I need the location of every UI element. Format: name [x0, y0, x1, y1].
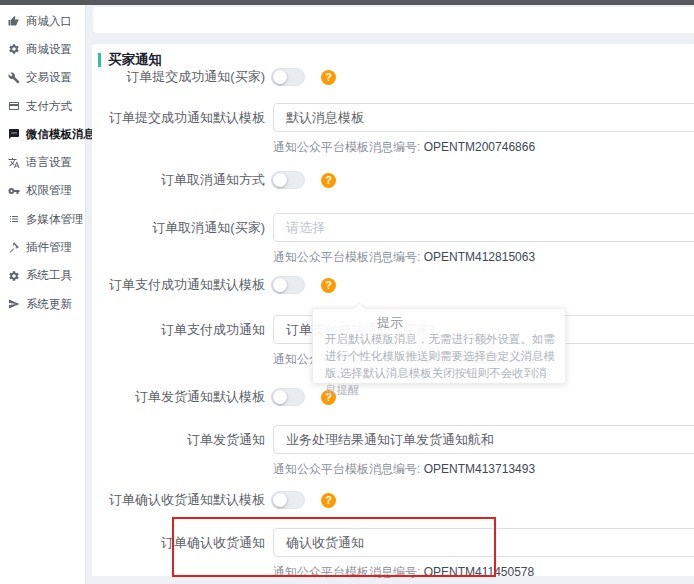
field-label: 订单支付成功通知: [92, 321, 265, 339]
sidebar-item-label: 商城入口: [26, 14, 72, 29]
toggle-knob: [273, 278, 287, 292]
sidebar-item-label: 权限管理: [26, 183, 72, 198]
template-code-helper: 通知公众平台模板消息编号: OPENTM411450578: [273, 564, 534, 581]
helper-prefix: 通知公众平台模板消息编号:: [273, 565, 424, 579]
toggle-row-order-cancel-method: 订单取消通知方式 ?: [92, 171, 336, 189]
helper-prefix: 通知公众平台模板消息编号:: [273, 140, 424, 154]
toggle-knob: [273, 173, 287, 187]
helper-prefix: 通知公众平台模板消息编号:: [273, 250, 424, 264]
order-submit-template-input[interactable]: [273, 103, 694, 132]
help-icon[interactable]: ?: [321, 70, 336, 85]
field-label: 订单支付成功通知默认模板: [92, 276, 265, 294]
field-label: 订单发货通知: [92, 431, 265, 449]
top-bar: [0, 0, 694, 5]
sidebar-item-label: 商城设置: [26, 42, 72, 57]
tooltip-title: 提示: [377, 314, 403, 332]
helper-prefix: 通知公众平台模板消息编号:: [273, 462, 424, 476]
help-icon[interactable]: ?: [321, 278, 336, 293]
sidebar-item-label: 支付方式: [26, 99, 72, 114]
template-code-helper: 通知公众平台模板消息编号: OPENTM412815063: [273, 249, 535, 266]
translate-icon: [8, 157, 20, 169]
section-accent-bar: [98, 53, 101, 67]
order-cancel-method-toggle[interactable]: [271, 171, 305, 189]
sidebar-item-label: 系统更新: [26, 297, 72, 312]
toggle-knob: [273, 70, 287, 84]
sidebar: 商城入口 商城设置 交易设置 支付方式 微信模板消息 语言设置: [0, 5, 86, 584]
order-ship-template-toggle[interactable]: [271, 388, 305, 406]
sidebar-item-system-tools[interactable]: 系统工具: [0, 262, 85, 290]
field-label: 订单发货通知默认模板: [92, 388, 265, 406]
wrench-icon: [8, 72, 20, 84]
sidebar-item-permission-management[interactable]: 权限管理: [0, 177, 85, 205]
section-header: 买家通知: [98, 51, 162, 69]
template-code-helper: 通知公众平台模板消息编号: OPENTM413713493: [273, 461, 535, 478]
field-label: 订单取消通知方式: [92, 171, 265, 189]
sidebar-item-label: 插件管理: [26, 240, 72, 255]
toggle-knob: [273, 390, 287, 404]
toggle-row-order-submit-success: 订单提交成功通知(买家) ?: [92, 68, 336, 86]
template-code: OPENTM200746866: [424, 140, 535, 154]
order-confirm-receipt-template-toggle[interactable]: [271, 491, 305, 509]
input-row-order-ship-notice: 订单发货通知: [92, 425, 694, 454]
field-label: 订单确认收货通知默认模板: [92, 491, 265, 509]
field-label: 订单取消通知(买家): [92, 219, 265, 237]
section-title: 买家通知: [108, 51, 162, 69]
toggle-row-order-pay-success-template: 订单支付成功通知默认模板 ?: [92, 276, 336, 294]
sidebar-item-payment-methods[interactable]: 支付方式: [0, 92, 85, 120]
input-row-order-cancel-buyer: 订单取消通知(买家): [92, 213, 694, 242]
sidebar-item-label: 系统工具: [26, 268, 72, 283]
settings-page: 商城入口 商城设置 交易设置 支付方式 微信模板消息 语言设置: [0, 0, 694, 584]
sidebar-item-label: 微信模板消息: [26, 127, 95, 142]
template-code: OPENTM411450578: [424, 565, 535, 579]
sidebar-item-mall-settings[interactable]: 商城设置: [0, 35, 85, 63]
hammer-icon: [8, 242, 20, 254]
tooltip-arrow: [353, 302, 366, 315]
field-label: 订单提交成功通知默认模板: [92, 109, 265, 127]
sidebar-item-trade-settings[interactable]: 交易设置: [0, 64, 85, 92]
gear-icon: [8, 43, 20, 55]
help-tooltip: 提示 开启默认模版消息，无需进行额外设置。如需进行个性化模版推送则需要选择自定义…: [312, 308, 566, 384]
template-code-helper: 通知公众平台模板消息编号: OPENTM200746866: [273, 139, 535, 156]
toggle-row-order-confirm-receipt-template: 订单确认收货通知默认模板 ?: [92, 491, 336, 509]
order-cancel-buyer-select[interactable]: [273, 213, 694, 242]
sidebar-item-label: 语言设置: [26, 155, 72, 170]
tab-strip: [93, 7, 694, 33]
tooltip-body: 开启默认模版消息，无需进行额外设置。如需进行个性化模版推送则需要选择自定义消息模…: [325, 331, 555, 399]
paper-plane-icon: [8, 298, 20, 310]
template-code: OPENTM413713493: [424, 462, 535, 476]
thumbs-up-icon: [8, 15, 20, 27]
credit-card-icon: [8, 100, 20, 112]
order-pay-success-template-toggle[interactable]: [271, 276, 305, 294]
sidebar-item-system-update[interactable]: 系统更新: [0, 290, 85, 318]
sidebar-menu: 商城入口 商城设置 交易设置 支付方式 微信模板消息 语言设置: [0, 5, 85, 318]
toggle-knob: [273, 493, 287, 507]
sidebar-item-label: 交易设置: [26, 70, 72, 85]
sidebar-item-label: 多媒体管理: [26, 212, 84, 227]
template-code: OPENTM412815063: [424, 250, 535, 264]
sidebar-item-mall-entry[interactable]: 商城入口: [0, 7, 85, 35]
order-ship-notice-input[interactable]: [273, 425, 694, 454]
toggle-row-order-ship-template: 订单发货通知默认模板 ?: [92, 388, 336, 406]
key-icon: [8, 185, 20, 197]
sidebar-item-plugin-management[interactable]: 插件管理: [0, 233, 85, 261]
list-icon: [8, 213, 20, 225]
help-icon[interactable]: ?: [321, 173, 336, 188]
field-label: 订单提交成功通知(买家): [92, 68, 265, 86]
input-row-order-submit-template: 订单提交成功通知默认模板: [92, 103, 694, 132]
field-label: 订单确认收货通知: [92, 534, 265, 552]
buyer-notification-panel: 买家通知 订单提交成功通知(买家) ? 订单提交成功通知默认模板 通知公众平台模…: [92, 44, 694, 576]
order-confirm-receipt-input[interactable]: [273, 528, 694, 557]
input-row-order-confirm-receipt: 订单确认收货通知: [92, 528, 694, 557]
sidebar-item-wechat-template-messages[interactable]: 微信模板消息: [0, 120, 85, 148]
gear-icon: [8, 270, 20, 282]
order-submit-success-toggle[interactable]: [271, 68, 305, 86]
chat-bubble-icon: [8, 128, 20, 140]
sidebar-item-media-management[interactable]: 多媒体管理: [0, 205, 85, 233]
sidebar-item-language-settings[interactable]: 语言设置: [0, 148, 85, 176]
help-icon[interactable]: ?: [321, 493, 336, 508]
